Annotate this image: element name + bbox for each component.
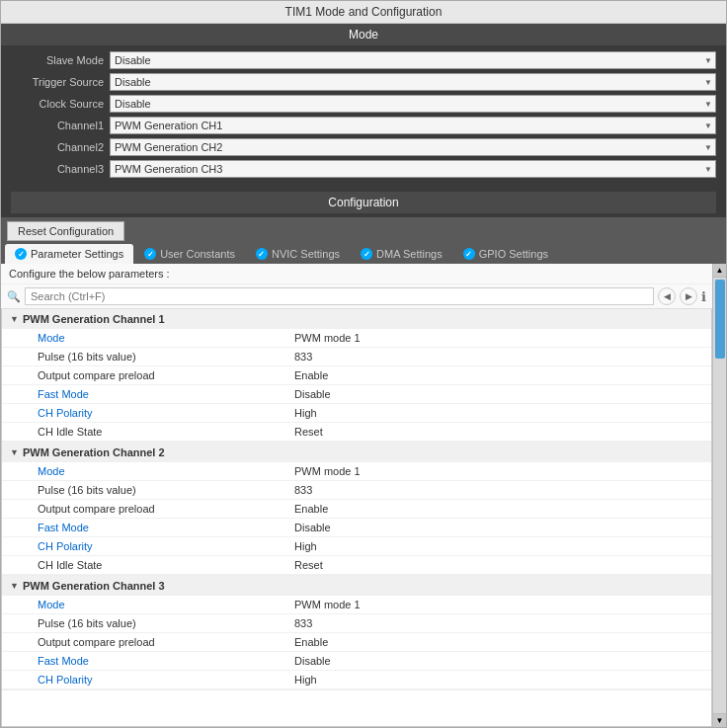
trigger-source-row: Trigger Source Disable bbox=[11, 73, 716, 91]
params-list: ▼ PWM Generation Channel 1 Mode PWM mode… bbox=[1, 309, 712, 727]
clock-source-label: Clock Source bbox=[11, 98, 110, 110]
search-input[interactable] bbox=[25, 287, 654, 305]
ch3-preload-row: Output compare preload Enable bbox=[2, 633, 711, 652]
ch3-polarity-value: High bbox=[294, 674, 317, 686]
slave-mode-row: Slave Mode Disable bbox=[11, 51, 716, 69]
tab-check-icon-param: ✓ bbox=[15, 248, 27, 260]
ch3-mode-name: Mode bbox=[38, 599, 294, 610]
ch2-pulse-row: Pulse (16 bits value) 833 bbox=[2, 481, 711, 500]
ch1-mode-name: Mode bbox=[38, 332, 294, 344]
channel3-select-wrapper[interactable]: PWM Generation CH3 bbox=[110, 160, 716, 178]
channel1-select-wrapper[interactable]: PWM Generation CH1 bbox=[110, 117, 716, 134]
ch1-idle-value: Reset bbox=[294, 426, 323, 438]
channel-2-header[interactable]: ▼ PWM Generation Channel 2 bbox=[2, 443, 711, 462]
window-title: TIM1 Mode and Configuration bbox=[285, 5, 443, 19]
scrollbar-thumb[interactable] bbox=[715, 280, 725, 359]
ch1-preload-name: Output compare preload bbox=[38, 369, 294, 381]
clock-source-select[interactable]: Disable bbox=[110, 95, 716, 113]
trigger-source-select[interactable]: Disable bbox=[110, 73, 716, 91]
ch2-preload-row: Output compare preload Enable bbox=[2, 500, 711, 519]
tabs-bar: ✓ Parameter Settings ✓ User Constants ✓ … bbox=[1, 241, 726, 264]
chevron-down-icon-ch1: ▼ bbox=[10, 314, 19, 324]
ch2-polarity-value: High bbox=[294, 540, 317, 552]
clock-source-select-wrapper[interactable]: Disable bbox=[110, 95, 716, 113]
tab-dma-settings[interactable]: ✓ DMA Settings bbox=[351, 244, 452, 264]
ch1-fastmode-row: Fast Mode Disable bbox=[2, 385, 711, 404]
ch3-mode-value: PWM mode 1 bbox=[294, 599, 361, 610]
ch1-mode-value: PWM mode 1 bbox=[294, 332, 361, 344]
content-area: Configure the below parameters : 🔍 ◀ ▶ ℹ… bbox=[1, 264, 712, 727]
ch1-pulse-name: Pulse (16 bits value) bbox=[38, 351, 294, 363]
ch1-fastmode-value: Disable bbox=[294, 388, 331, 400]
config-section-header: Configuration bbox=[11, 192, 716, 213]
channel2-label: Channel2 bbox=[11, 141, 110, 153]
ch2-fastmode-value: Disable bbox=[294, 522, 331, 533]
ch1-pulse-value: 833 bbox=[294, 351, 312, 363]
reset-config-button[interactable]: Reset Configuration bbox=[7, 221, 124, 241]
channel-group-1: ▼ PWM Generation Channel 1 Mode PWM mode… bbox=[2, 309, 711, 443]
ch2-pulse-value: 833 bbox=[294, 484, 312, 496]
ch3-fastmode-name: Fast Mode bbox=[38, 655, 294, 667]
ch2-fastmode-name: Fast Mode bbox=[38, 522, 294, 533]
ch2-polarity-name: CH Polarity bbox=[38, 540, 294, 552]
clock-source-row: Clock Source Disable bbox=[11, 95, 716, 113]
channel1-select[interactable]: PWM Generation CH1 bbox=[110, 117, 716, 134]
channel-group-3: ▼ PWM Generation Channel 3 Mode PWM mode… bbox=[2, 576, 711, 690]
ch2-preload-value: Enable bbox=[294, 503, 328, 515]
ch3-pulse-row: Pulse (16 bits value) 833 bbox=[2, 614, 711, 633]
ch2-fastmode-row: Fast Mode Disable bbox=[2, 519, 711, 537]
channel-2-title: PWM Generation Channel 2 bbox=[23, 446, 165, 458]
ch2-preload-name: Output compare preload bbox=[38, 503, 294, 515]
channel3-row: Channel3 PWM Generation CH3 bbox=[11, 160, 716, 178]
channel-1-header[interactable]: ▼ PWM Generation Channel 1 bbox=[2, 309, 711, 329]
channel3-select[interactable]: PWM Generation CH3 bbox=[110, 160, 716, 178]
ch2-pulse-name: Pulse (16 bits value) bbox=[38, 484, 294, 496]
ch1-idle-row: CH Idle State Reset bbox=[2, 423, 711, 442]
tab-check-icon-gpio: ✓ bbox=[463, 248, 475, 260]
ch1-polarity-value: High bbox=[294, 407, 317, 419]
slave-mode-label: Slave Mode bbox=[11, 54, 110, 66]
ch1-idle-name: CH Idle State bbox=[38, 426, 294, 438]
channel1-row: Channel1 PWM Generation CH1 bbox=[11, 117, 716, 134]
ch3-mode-row: Mode PWM mode 1 bbox=[2, 596, 711, 614]
prev-search-button[interactable]: ◀ bbox=[658, 287, 676, 305]
vertical-scrollbar[interactable]: ▲ ▼ bbox=[712, 264, 726, 727]
ch1-polarity-name: CH Polarity bbox=[38, 407, 294, 419]
tab-check-icon-dma: ✓ bbox=[361, 248, 372, 260]
scrollbar-up-button[interactable]: ▲ bbox=[713, 264, 726, 278]
ch1-preload-row: Output compare preload Enable bbox=[2, 366, 711, 385]
trigger-source-select-wrapper[interactable]: Disable bbox=[110, 73, 716, 91]
ch1-polarity-row: CH Polarity High bbox=[2, 404, 711, 423]
ch3-polarity-name: CH Polarity bbox=[38, 674, 294, 686]
ch3-pulse-name: Pulse (16 bits value) bbox=[38, 617, 294, 629]
tab-user-constants[interactable]: ✓ User Constants bbox=[134, 244, 245, 264]
ch1-mode-row: Mode PWM mode 1 bbox=[2, 329, 711, 348]
channel-3-header[interactable]: ▼ PWM Generation Channel 3 bbox=[2, 576, 711, 596]
tab-gpio-settings[interactable]: ✓ GPIO Settings bbox=[453, 244, 558, 264]
channel1-label: Channel1 bbox=[11, 120, 110, 131]
ch3-preload-value: Enable bbox=[294, 636, 328, 648]
tab-parameter-settings[interactable]: ✓ Parameter Settings bbox=[5, 244, 133, 264]
info-button[interactable]: ℹ bbox=[701, 289, 706, 304]
tab-nvic-settings[interactable]: ✓ NVIC Settings bbox=[246, 244, 350, 264]
next-search-button[interactable]: ▶ bbox=[680, 287, 697, 305]
channel-3-title: PWM Generation Channel 3 bbox=[23, 580, 165, 592]
channel2-select[interactable]: PWM Generation CH2 bbox=[110, 138, 716, 156]
chevron-down-icon-ch3: ▼ bbox=[10, 581, 19, 591]
channel2-row: Channel2 PWM Generation CH2 bbox=[11, 138, 716, 156]
main-content-area: Configure the below parameters : 🔍 ◀ ▶ ℹ… bbox=[1, 264, 726, 727]
scrollbar-down-button[interactable]: ▼ bbox=[713, 713, 726, 727]
mode-section-header: Mode bbox=[1, 24, 726, 45]
ch3-polarity-row: CH Polarity High bbox=[2, 671, 711, 689]
ch1-pulse-row: Pulse (16 bits value) 833 bbox=[2, 348, 711, 366]
channel2-select-wrapper[interactable]: PWM Generation CH2 bbox=[110, 138, 716, 156]
ch2-mode-name: Mode bbox=[38, 465, 294, 477]
ch3-pulse-value: 833 bbox=[294, 617, 312, 629]
slave-mode-select[interactable]: Disable bbox=[110, 51, 716, 69]
ch1-preload-value: Enable bbox=[294, 369, 328, 381]
mode-section: Slave Mode Disable Trigger Source Disabl… bbox=[1, 45, 726, 188]
ch2-idle-row: CH Idle State Reset bbox=[2, 556, 711, 575]
trigger-source-label: Trigger Source bbox=[11, 76, 110, 88]
params-header: Configure the below parameters : bbox=[1, 264, 712, 284]
slave-mode-select-wrapper[interactable]: Disable bbox=[110, 51, 716, 69]
